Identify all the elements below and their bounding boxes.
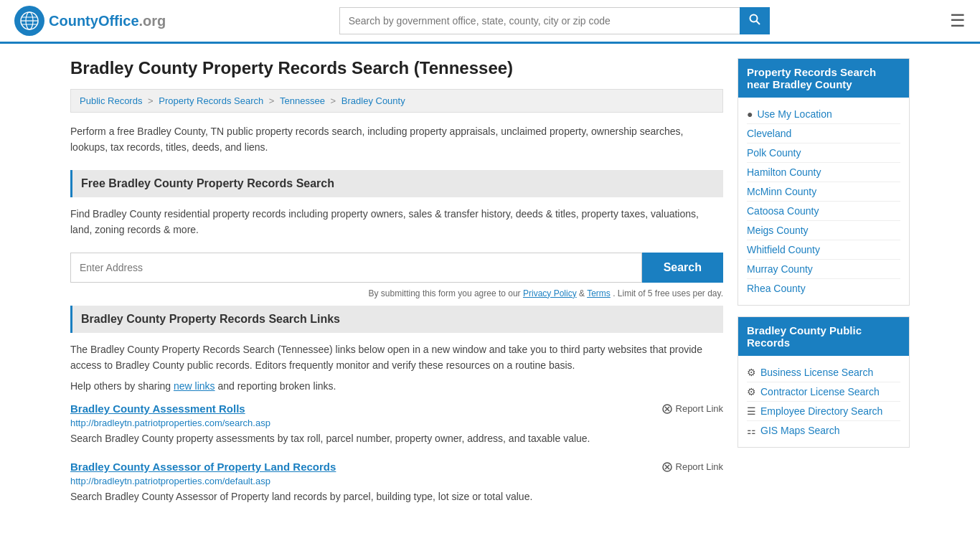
free-search-form: Search By submitting this form you agree… [70, 253, 723, 298]
header-search-area [339, 7, 770, 34]
page-description: Perform a free Bradley County, TN public… [70, 123, 723, 156]
location-icon: ● [747, 108, 753, 120]
page-title: Bradley County Property Records Search (… [70, 58, 723, 78]
record-desc-2: Search Bradley County Assessor of Proper… [70, 489, 723, 504]
public-records-box-body: ⚙ Business License Search ⚙ Contractor L… [738, 356, 909, 447]
breadcrumb-tennessee[interactable]: Tennessee [280, 95, 325, 106]
sidebar-county-catoosa[interactable]: Catoosa County [747, 202, 900, 221]
new-links-link[interactable]: new links [174, 380, 215, 392]
list-icon: ☰ [747, 405, 756, 417]
sidebar-county-meigs[interactable]: Meigs County [747, 221, 900, 240]
sidebar-county-rhea[interactable]: Rhea County [747, 279, 900, 298]
record-link-item-2: Bradley County Assessor of Property Land… [70, 461, 723, 504]
sidebar-county-hamilton[interactable]: Hamilton County [747, 163, 900, 182]
gear-icon-1: ⚙ [747, 367, 756, 378]
search-row: Search [70, 253, 723, 283]
use-my-location-item[interactable]: ● Use My Location [747, 105, 900, 124]
page-wrapper: Bradley County Property Records Search (… [60, 44, 920, 533]
terms-link[interactable]: Terms [587, 288, 611, 298]
links-section-header: Bradley County Property Records Search L… [70, 306, 723, 333]
record-desc-1: Search Bradley County property assessmen… [70, 431, 723, 446]
record-link-header-1: Bradley County Assessment Rolls Report L… [70, 402, 723, 415]
svg-line-6 [756, 22, 760, 25]
assessment-rolls-link[interactable]: Bradley County Assessment Rolls [70, 402, 245, 415]
sidebar-business-license[interactable]: ⚙ Business License Search [747, 363, 900, 382]
sidebar-county-murray[interactable]: Murray County [747, 260, 900, 279]
business-license-link[interactable]: Business License Search [760, 367, 873, 378]
record-url-1: http://bradleytn.patriotproperties.com/s… [70, 418, 723, 428]
breadcrumb: Public Records > Property Records Search… [70, 89, 723, 113]
address-input[interactable] [70, 253, 642, 283]
record-link-header-2: Bradley County Assessor of Property Land… [70, 461, 723, 473]
record-link-item-1: Bradley County Assessment Rolls Report L… [70, 402, 723, 446]
nearby-box: Property Records Search near Bradley Cou… [738, 58, 910, 306]
main-content: Bradley County Property Records Search (… [70, 58, 723, 519]
nearby-box-body: ● Use My Location Cleveland Polk County … [738, 98, 909, 305]
logo-area: CountyOffice.org [14, 6, 166, 36]
breadcrumb-public-records[interactable]: Public Records [80, 95, 142, 106]
svg-point-5 [750, 15, 757, 22]
header-search-button[interactable] [740, 7, 770, 34]
sidebar-county-cleveland[interactable]: Cleveland [747, 124, 900, 143]
sidebar-county-polk[interactable]: Polk County [747, 143, 900, 163]
form-disclaimer: By submitting this form you agree to our… [70, 288, 723, 298]
sidebar-county-mcminn[interactable]: McMinn County [747, 182, 900, 202]
report-link-btn-2[interactable]: Report Link [662, 461, 723, 472]
sidebar-county-whitfield[interactable]: Whitfield County [747, 240, 900, 260]
breadcrumb-bradley-county[interactable]: Bradley County [341, 95, 405, 106]
search-button[interactable]: Search [642, 253, 723, 283]
share-text: Help others by sharing new links and rep… [70, 380, 723, 392]
logo-text: CountyOffice.org [49, 13, 166, 29]
employee-directory-link[interactable]: Employee Directory Search [760, 405, 882, 417]
map-icon: ⚏ [747, 425, 756, 436]
sidebar: Property Records Search near Bradley Cou… [738, 58, 910, 519]
links-description: The Bradley County Property Records Sear… [70, 342, 723, 374]
record-url-2: http://bradleytn.patriotproperties.com/d… [70, 476, 723, 486]
report-link-btn-1[interactable]: Report Link [662, 403, 723, 414]
public-records-box: Bradley County Public Records ⚙ Business… [738, 316, 910, 448]
sidebar-gis-maps[interactable]: ⚏ GIS Maps Search [747, 421, 900, 440]
free-search-description: Find Bradley County residential property… [70, 206, 723, 238]
header-search-input[interactable] [339, 7, 740, 34]
contractor-license-link[interactable]: Contractor License Search [760, 386, 880, 397]
sidebar-employee-directory[interactable]: ☰ Employee Directory Search [747, 402, 900, 421]
nearby-box-header: Property Records Search near Bradley Cou… [738, 59, 909, 98]
assessor-land-records-link[interactable]: Bradley County Assessor of Property Land… [70, 461, 336, 473]
use-my-location-link[interactable]: Use My Location [757, 108, 831, 120]
site-header: CountyOffice.org ☰ [0, 0, 980, 44]
sidebar-contractor-license[interactable]: ⚙ Contractor License Search [747, 382, 900, 402]
logo-icon [14, 6, 44, 36]
privacy-policy-link[interactable]: Privacy Policy [523, 288, 577, 298]
gear-icon-2: ⚙ [747, 386, 756, 397]
menu-icon[interactable]: ☰ [950, 11, 966, 31]
public-records-box-header: Bradley County Public Records [738, 317, 909, 356]
gis-maps-link[interactable]: GIS Maps Search [760, 425, 840, 436]
free-search-header: Free Bradley County Property Records Sea… [70, 170, 723, 197]
breadcrumb-property-records-search[interactable]: Property Records Search [159, 95, 263, 106]
